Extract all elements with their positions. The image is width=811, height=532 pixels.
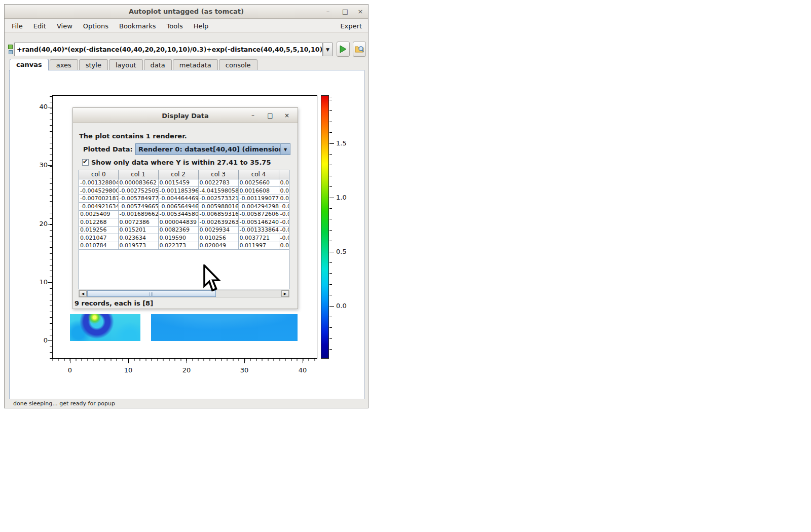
inspect-uri-button[interactable] <box>353 42 366 57</box>
horizontal-scrollbar[interactable]: ◀ ▶ <box>79 290 289 297</box>
table-cell[interactable]: -0.005344580... <box>158 210 198 218</box>
menu-expert[interactable]: Expert <box>340 22 362 30</box>
combo-chevron-down-icon[interactable]: ▼ <box>280 143 290 155</box>
table-cell[interactable]: -0.004294298... <box>238 203 279 211</box>
spectrogram-background[interactable] <box>151 314 298 341</box>
table-cell[interactable]: 0.000083662 <box>118 179 158 187</box>
tab-layout[interactable]: layout <box>109 59 143 70</box>
table-cell[interactable]: -0.001328804... <box>79 179 118 187</box>
table-cell[interactable]: 0.023634 <box>118 234 158 242</box>
filter-checkbox[interactable]: ✔ <box>82 159 89 166</box>
table-cell[interactable]: 0.0029934 <box>198 226 238 234</box>
table-cell[interactable]: 0.011997 <box>238 242 279 250</box>
tab-style[interactable]: style <box>79 59 108 70</box>
table-cell[interactable]: 0.0022783 <box>198 179 238 187</box>
table-cell[interactable]: -0.002752505... <box>118 187 158 195</box>
menu-file[interactable]: File <box>12 22 23 30</box>
window-titlebar[interactable]: Autoplot untagged (as tomcat) – □ × <box>5 5 368 19</box>
table-cell[interactable]: -0.004529800... <box>79 187 118 195</box>
table-cell[interactable]: 0.0082369 <box>158 226 198 234</box>
table-cell[interactable]: 0.00 <box>279 242 289 250</box>
table-cell[interactable]: -0.0 <box>279 203 289 211</box>
table-cell[interactable]: 0.010784 <box>79 242 118 250</box>
dialog-maximize-icon[interactable]: □ <box>265 111 275 120</box>
table-cell[interactable]: 0.0016608 <box>238 187 279 195</box>
minimize-icon[interactable]: – <box>322 7 334 17</box>
table-cell[interactable]: -0.001333864... <box>238 226 279 234</box>
dialog-titlebar[interactable]: Display Data – □ × <box>73 108 298 123</box>
table-cell[interactable]: -0.005749665... <box>118 203 158 211</box>
dialog-minimize-icon[interactable]: – <box>248 111 258 120</box>
table-cell[interactable]: -0.0 <box>279 210 289 218</box>
table-cell[interactable]: 0.00 <box>279 195 289 203</box>
tab-axes[interactable]: axes <box>50 59 78 70</box>
table-cell[interactable]: 0.000044839 <box>158 218 198 226</box>
table-cell[interactable]: -0.001689662... <box>118 210 158 218</box>
table-cell[interactable]: -0.006564946... <box>158 203 198 211</box>
spectrogram-blob[interactable] <box>70 314 140 341</box>
scroll-left-icon[interactable]: ◀ <box>79 290 87 297</box>
plot-go-button[interactable] <box>337 42 350 57</box>
table-cell[interactable]: 0.00 <box>279 179 289 187</box>
menu-bookmarks[interactable]: Bookmarks <box>119 22 156 30</box>
table-cell[interactable]: -0.001199077... <box>238 195 279 203</box>
table-col-header[interactable] <box>279 170 289 179</box>
table-cell[interactable]: -0.007002187... <box>79 195 118 203</box>
filter-checkbox-label[interactable]: Show only data where Y is within 27.41 t… <box>91 159 271 166</box>
table-cell[interactable]: 0.019590 <box>158 234 198 242</box>
table-cell[interactable]: 0.0072386 <box>118 218 158 226</box>
table-cell[interactable]: 0.022373 <box>158 242 198 250</box>
table-cell[interactable]: -0.006859316... <box>198 210 238 218</box>
table-col-header[interactable]: col 1 <box>118 170 158 179</box>
table-col-header[interactable]: col 0 <box>79 170 118 179</box>
scroll-right-icon[interactable]: ▶ <box>281 290 289 297</box>
menu-tools[interactable]: Tools <box>167 22 183 30</box>
menu-edit[interactable]: Edit <box>33 22 46 30</box>
table-cell[interactable]: -0.004921634... <box>79 203 118 211</box>
tab-canvas[interactable]: canvas <box>10 59 49 70</box>
maximize-icon[interactable]: □ <box>340 7 351 17</box>
uri-input[interactable]: +rand(40,40)*(exp(-distance(40,40,20,20,… <box>14 43 323 56</box>
table-cell[interactable]: 0.019256 <box>79 226 118 234</box>
table-col-header[interactable]: col 4 <box>238 170 279 179</box>
colorbar[interactable] <box>321 95 329 359</box>
table-cell[interactable]: -0.004464469... <box>158 195 198 203</box>
table-cell[interactable]: 0.0037721 <box>238 234 279 242</box>
table-cell[interactable]: 0.010256 <box>198 234 238 242</box>
data-table-viewport[interactable]: col 0col 1col 2col 3col 4 -0.001328804..… <box>79 170 289 289</box>
table-cell[interactable]: -0.005872606... <box>238 210 279 218</box>
table-cell[interactable]: 0.020049 <box>198 242 238 250</box>
table-cell[interactable]: -0.002573321... <box>198 195 238 203</box>
table-cell[interactable]: -0.0 <box>279 218 289 226</box>
x-major-tick <box>128 359 129 363</box>
table-cell[interactable]: -0.001185396... <box>158 187 198 195</box>
dialog-close-icon[interactable]: × <box>282 111 292 120</box>
table-col-header[interactable]: col 3 <box>198 170 238 179</box>
table-cell[interactable]: 0.00 <box>279 187 289 195</box>
table-cell[interactable]: -4.041598058... <box>198 187 238 195</box>
uri-history-dropdown[interactable]: ▼ <box>323 43 333 56</box>
table-cell[interactable]: -0.005146240... <box>238 218 279 226</box>
menu-help[interactable]: Help <box>194 22 209 30</box>
table-cell[interactable]: -0.005988016... <box>198 203 238 211</box>
tab-console[interactable]: console <box>219 59 257 70</box>
table-cell[interactable]: -0.0 <box>279 234 289 242</box>
table-cell[interactable]: -0.0 <box>279 226 289 234</box>
tab-metadata[interactable]: metadata <box>173 59 218 70</box>
table-cell[interactable]: 0.0025660 <box>238 179 279 187</box>
plotted-data-select[interactable]: Renderer 0: dataset[40,40] (dimension... <box>135 143 290 155</box>
close-icon[interactable]: × <box>355 7 366 17</box>
tab-data[interactable]: data <box>144 59 172 70</box>
table-col-header[interactable]: col 2 <box>158 170 198 179</box>
table-cell[interactable]: -0.002639263... <box>198 218 238 226</box>
menu-view[interactable]: View <box>57 22 72 30</box>
table-cell[interactable]: 0.015201 <box>118 226 158 234</box>
menu-options[interactable]: Options <box>83 22 108 30</box>
table-cell[interactable]: 0.012268 <box>79 218 118 226</box>
table-cell[interactable]: -0.005784977... <box>118 195 158 203</box>
scrollbar-thumb[interactable] <box>87 290 216 297</box>
table-cell[interactable]: 0.019573 <box>118 242 158 250</box>
table-cell[interactable]: 0.0015459 <box>158 179 198 187</box>
table-cell[interactable]: 0.021047 <box>79 234 118 242</box>
table-cell[interactable]: 0.0025409 <box>79 210 118 218</box>
